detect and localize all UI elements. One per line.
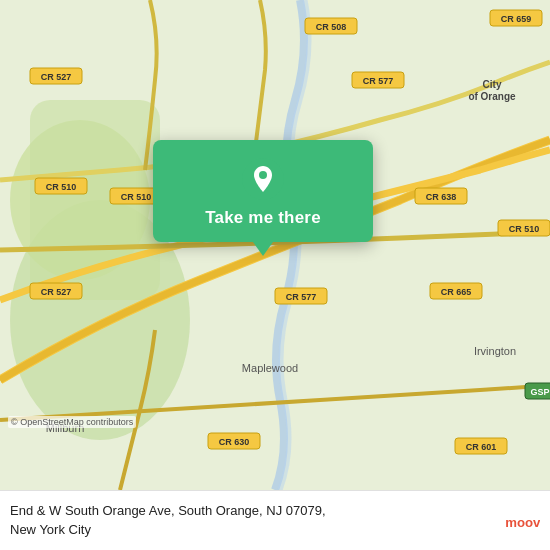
svg-text:CR 510: CR 510 [509,224,540,234]
svg-text:Maplewood: Maplewood [242,362,298,374]
svg-text:Irvington: Irvington [474,345,516,357]
moovit-logo-icon: moovit [504,503,540,539]
svg-text:City: City [483,79,502,90]
copyright-text: © OpenStreetMap contributors [8,416,136,428]
svg-text:CR 577: CR 577 [286,292,317,302]
svg-text:CR 665: CR 665 [441,287,472,297]
map-container: CR 659 CR 508 CR 527 CR 577 CR 510 CR 51… [0,0,550,490]
svg-text:CR 577: CR 577 [363,76,394,86]
address-line2: New York City [10,522,91,537]
address-line1: End & W South Orange Ave, South Orange, … [10,503,326,518]
svg-text:CR 508: CR 508 [316,22,347,32]
svg-point-38 [259,171,267,179]
address-text: End & W South Orange Ave, South Orange, … [10,502,504,538]
svg-text:of Orange: of Orange [468,91,516,102]
location-pin-icon [242,158,284,200]
moovit-logo: moovit [504,503,540,539]
svg-text:GSP: GSP [530,387,549,397]
svg-text:CR 630: CR 630 [219,437,250,447]
popup-card: Take me there [153,140,373,242]
svg-text:CR 510: CR 510 [121,192,152,202]
svg-text:CR 659: CR 659 [501,14,532,24]
svg-text:CR 601: CR 601 [466,442,497,452]
take-me-there-button[interactable]: Take me there [205,208,321,228]
svg-text:CR 510: CR 510 [46,182,77,192]
bottom-bar: End & W South Orange Ave, South Orange, … [0,490,550,550]
svg-text:CR 527: CR 527 [41,72,72,82]
svg-text:moovit: moovit [505,515,540,530]
svg-text:CR 527: CR 527 [41,287,72,297]
svg-text:CR 638: CR 638 [426,192,457,202]
